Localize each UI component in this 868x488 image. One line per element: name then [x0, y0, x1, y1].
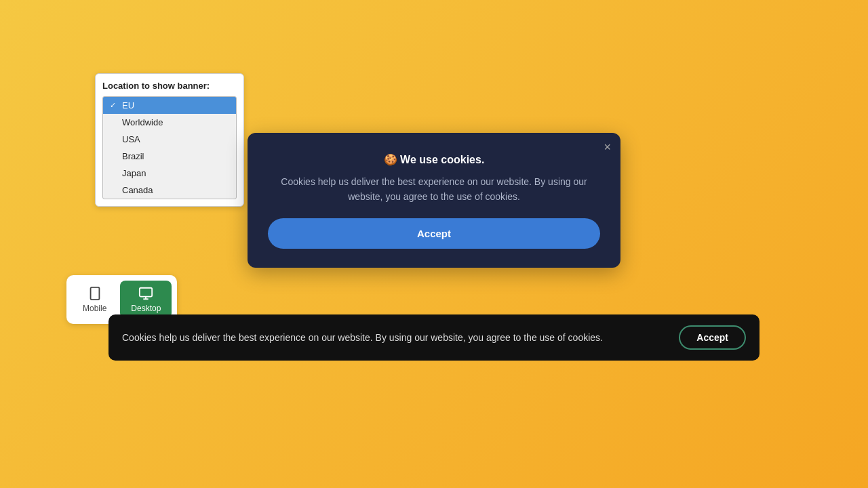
location-option-canada[interactable]: Canada: [103, 182, 236, 199]
desktop-label: Desktop: [131, 304, 161, 313]
banner-accept-button[interactable]: Accept: [679, 325, 746, 350]
location-option-brazil[interactable]: Brazil: [103, 148, 236, 165]
desktop-toggle-button[interactable]: Desktop: [120, 281, 172, 319]
desktop-icon: [138, 286, 153, 301]
location-option-usa[interactable]: USA: [103, 131, 236, 148]
checkmark-icon: ✓: [110, 101, 118, 110]
mobile-toggle-button[interactable]: Mobile: [72, 281, 117, 319]
location-label: Location to show banner:: [102, 81, 237, 91]
modal-close-button[interactable]: ×: [604, 141, 611, 153]
location-option-japan[interactable]: Japan: [103, 165, 236, 182]
location-option-eu[interactable]: ✓ EU: [103, 97, 236, 114]
cookie-modal: × 🍪 We use cookies. Cookies help us deli…: [248, 133, 620, 268]
location-panel: Location to show banner: ✓ EU Worldwide …: [95, 73, 244, 207]
cookie-banner: Cookies help us deliver the best experie…: [108, 314, 760, 361]
mobile-icon: [87, 286, 102, 301]
location-dropdown-list[interactable]: ✓ EU Worldwide USA Brazil Japan Canada: [102, 96, 237, 199]
svg-rect-2: [140, 288, 152, 297]
mobile-label: Mobile: [83, 304, 106, 313]
location-option-worldwide[interactable]: Worldwide: [103, 114, 236, 131]
svg-rect-0: [90, 287, 99, 300]
banner-text: Cookies help us deliver the best experie…: [122, 332, 679, 343]
modal-title: 🍪 We use cookies.: [268, 153, 600, 166]
modal-body-text: Cookies help us deliver the best experie…: [268, 174, 600, 205]
modal-accept-button[interactable]: Accept: [268, 218, 600, 249]
